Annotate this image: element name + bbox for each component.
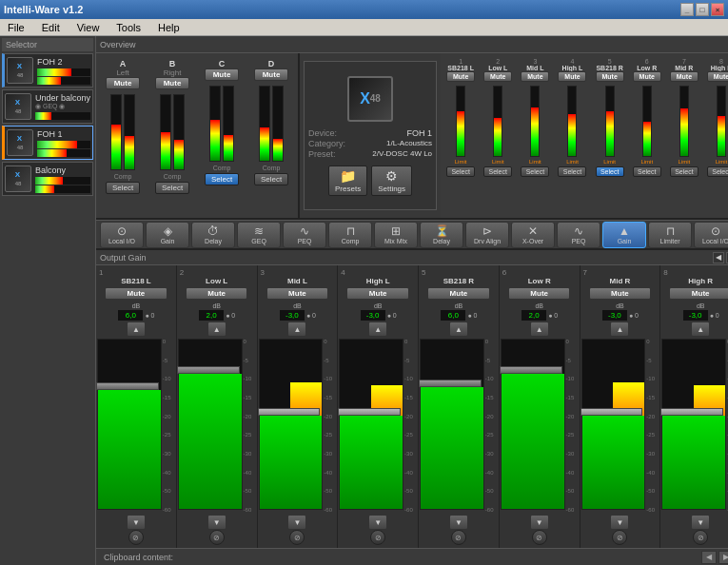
top-ch-6-select[interactable]: Select [633,166,661,177]
out-ch-5: 5 SB218 R Mute dB 6,0 ● 0 ▲ [419,265,500,548]
out-ch-2-down[interactable]: ▼ [207,515,226,530]
top-ch-3-mute[interactable]: Mute [521,71,549,82]
out-ch-1-up[interactable]: ▲ [127,321,146,337]
out-ch-7-mute[interactable]: Mute [589,287,651,300]
menu-help[interactable]: Help [154,20,184,35]
ch-b-mute-btn[interactable]: Mute [155,77,189,89]
out-ch-4-reset[interactable]: ⊘ [370,530,385,545]
toolbar-peq-right[interactable]: ∿ PEQ [557,222,600,248]
top-ch-1-mute[interactable]: Mute [446,71,475,82]
status-btn2[interactable]: ▶ [718,551,728,564]
toolbar-gain[interactable]: ◈ Gain [146,222,189,248]
out-ch-8-down[interactable]: ▼ [691,515,710,530]
ch-a-select-btn[interactable]: Select [106,182,140,194]
toolbar-limiter[interactable]: ⊓ Limiter [648,222,692,248]
toolbar-local-io-left[interactable]: ⊙ Local I/O [100,222,144,248]
out-ch-6-up[interactable]: ▲ [530,321,549,337]
ch-c-select-btn[interactable]: Select [205,173,239,185]
toolbar-delay[interactable]: ⏱ Delay [191,222,235,248]
menu-tools[interactable]: Tools [112,20,145,35]
toolbar-drv-align[interactable]: ⊳ Drv Align [465,222,509,248]
out-ch-7-up[interactable]: ▲ [610,321,629,337]
menu-file[interactable]: File [4,20,29,35]
selector-item-underbalcony[interactable]: X48 Under balcony ◉ GEQ ◉ [2,89,93,124]
toolbar-local-io-right[interactable]: ⊙ Local I/O [694,222,728,248]
toolbar-delay2[interactable]: ⏳ Delay [420,222,463,248]
out-ch-7-down[interactable]: ▼ [610,515,629,530]
top-ch-7-mute[interactable]: Mute [670,71,698,82]
out-ch-6-mute[interactable]: Mute [508,287,570,300]
out-ch-6-fader-handle[interactable] [500,366,562,374]
out-ch-8-db-label: dB [697,302,705,309]
out-ch-5-fader-handle[interactable] [419,380,482,387]
out-ch-4-up[interactable]: ▲ [368,321,387,337]
out-ch-8-mute[interactable]: Mute [669,287,728,300]
out-ch-6-reset[interactable]: ⊘ [532,530,547,545]
out-ch-3-up[interactable]: ▲ [287,321,306,337]
toolbar-geq[interactable]: ≋ GEQ [237,222,281,248]
out-ch-5-reset[interactable]: ⊘ [451,530,466,545]
out-ch-7-fader-handle[interactable] [580,408,643,416]
toolbar-comp[interactable]: ⊓ Comp [328,222,372,248]
ch-b-select-btn[interactable]: Select [155,182,189,194]
settings-button[interactable]: ⚙ Settings [371,166,412,196]
out-ch-4-fader-handle[interactable] [338,408,401,416]
top-ch-4-mute[interactable]: Mute [558,71,586,82]
top-ch-4-select[interactable]: Select [558,166,586,177]
out-ch-1-fader-handle[interactable] [96,382,159,390]
out-ch-2-up[interactable]: ▲ [207,321,226,337]
menu-edit[interactable]: Edit [38,20,64,35]
out-ch-8-reset[interactable]: ⊘ [693,530,708,545]
out-ch-8-up[interactable]: ▲ [691,321,710,337]
top-ch-5-select[interactable]: Select [596,166,624,177]
out-ch-3-reset[interactable]: ⊘ [289,530,305,545]
out-ch-2-reset[interactable]: ⊘ [209,530,225,545]
out-ch-4-mute[interactable]: Mute [346,287,408,300]
out-ch-2-mute[interactable]: Mute [186,287,247,300]
out-ch-5-mute[interactable]: Mute [427,287,489,300]
status-btn1[interactable]: ◀ [701,551,717,564]
out-ch-5-down[interactable]: ▼ [449,515,468,530]
out-ch-2-fader-handle[interactable] [177,366,240,374]
menu-view[interactable]: View [73,20,104,35]
toolbar-peq-left[interactable]: ∿ PEQ [283,222,326,248]
top-ch-7-select[interactable]: Select [670,166,698,177]
out-ch-5-up[interactable]: ▲ [449,321,468,337]
top-ch-5-mute[interactable]: Mute [596,71,624,82]
selector-item-foh2[interactable]: X48 FOH 2 [2,53,93,88]
top-ch-6-mute[interactable]: Mute [633,71,661,82]
toolbar-xover[interactable]: ✕ X-Over [511,222,555,248]
top-ch-2-select[interactable]: Select [483,166,512,177]
out-ch-8-fader-handle[interactable] [660,408,723,416]
ch-a-mute-btn[interactable]: Mute [106,77,140,89]
selector-item-foh1[interactable]: X48 FOH 1 [2,126,93,160]
top-ch-1-select[interactable]: Select [446,166,475,177]
top-ch-2-mute[interactable]: Mute [483,71,512,82]
close-button[interactable]: × [711,3,724,16]
out-ch-4-down[interactable]: ▼ [368,515,387,530]
maximize-button[interactable]: □ [696,3,709,16]
out-ch-1-down[interactable]: ▼ [127,515,146,530]
out-ch-1-mute[interactable]: Mute [105,287,167,300]
ch-d-select-btn[interactable]: Select [254,173,288,185]
selector-item-balcony[interactable]: X48 Balcony [2,162,93,196]
selector-panel: Selector X48 FOH 2 X48 Under balcony ◉ G… [0,36,96,565]
top-ch-3-select[interactable]: Select [521,166,549,177]
out-ch-3-fader-handle[interactable] [258,408,321,416]
output-header-btn1[interactable]: ◀ [713,252,724,263]
ch-c-mute-btn[interactable]: Mute [205,68,239,81]
out-ch-7-reset[interactable]: ⊘ [612,530,627,545]
top-ch-8-mute[interactable]: Mute [707,71,728,82]
out-ch-1-reset[interactable]: ⊘ [128,530,144,545]
toolbar-gain-right[interactable]: ▲ Gain [602,222,646,248]
out-ch-3-mute[interactable]: Mute [266,287,328,300]
window-controls[interactable]: _ □ × [680,3,724,16]
presets-button[interactable]: 📁 Presets [328,166,367,196]
minimize-button[interactable]: _ [680,3,694,16]
out-ch-6-down[interactable]: ▼ [530,515,549,530]
out-ch-3-down[interactable]: ▼ [287,515,306,530]
local-io-right-icon: ⊙ [711,225,720,237]
ch-d-mute-btn[interactable]: Mute [254,68,288,81]
toolbar-mix-mtx[interactable]: ⊞ Mix Mtx [374,222,418,248]
top-ch-8-select[interactable]: Select [707,166,728,177]
